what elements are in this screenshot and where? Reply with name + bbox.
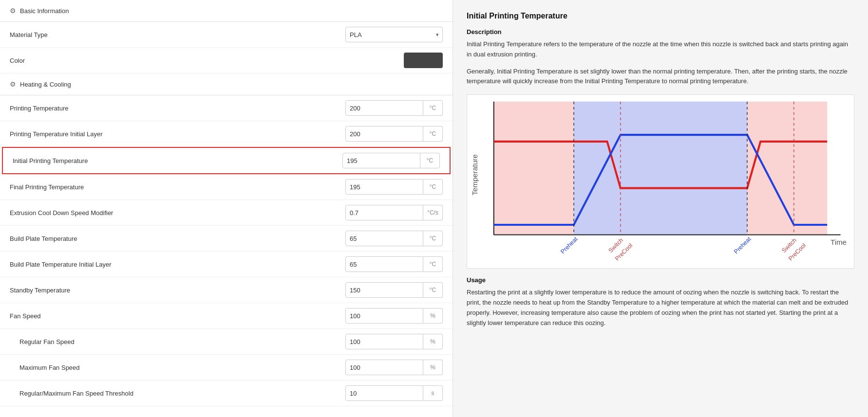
settings-list: Printing Temperature°CPrinting Temperatu… <box>0 95 453 406</box>
setting-label-printing-temp: Printing Temperature <box>10 105 68 112</box>
setting-input-group-final-printing-temp: °C <box>345 179 443 195</box>
setting-input-final-printing-temp[interactable] <box>345 179 423 195</box>
setting-input-group-build-plate-initial: °C <box>345 256 443 272</box>
setting-unit-maximum-fan-speed: % <box>423 360 443 375</box>
setting-unit-build-plate-initial: °C <box>423 256 443 272</box>
svg-text:Preheat: Preheat <box>559 236 579 255</box>
setting-input-initial-printing-temp[interactable] <box>342 153 420 168</box>
usage-title: Usage <box>467 276 854 284</box>
setting-input-group-printing-temp-initial: °C <box>345 126 443 142</box>
setting-unit-printing-temp: °C <box>423 100 443 116</box>
description-p1: Initial Printing Temperature refers to t… <box>467 39 854 60</box>
setting-input-group-fan-speed: % <box>345 308 443 324</box>
setting-label-build-plate-initial: Build Plate Temperature Initial Layer <box>10 261 112 268</box>
setting-input-standby-temp[interactable] <box>345 282 423 298</box>
setting-label-standby-temp: Standby Temperature <box>10 287 70 294</box>
setting-unit-fan-speed: % <box>423 308 443 324</box>
setting-label-regular-fan-speed: Regular Fan Speed <box>19 338 75 345</box>
material-type-row: Material Type PLA ABS PETG ▾ <box>0 22 453 48</box>
setting-unit-build-plate-temp: °C <box>423 231 443 246</box>
setting-input-fan-speed-threshold[interactable] <box>345 385 423 401</box>
setting-label-maximum-fan-speed: Maximum Fan Speed <box>19 364 80 371</box>
usage-section: Usage Restarting the print at a slightly… <box>467 276 854 328</box>
setting-row-printing-temp-initial: Printing Temperature Initial Layer°C <box>0 121 453 147</box>
basic-info-label: Basic Information <box>20 7 69 15</box>
setting-unit-printing-temp-initial: °C <box>423 126 443 142</box>
basic-info-section: ⚙ Basic Information <box>0 0 453 22</box>
doc-title: Initial Printing Temperature <box>467 12 854 20</box>
description-p2: Generally, Initial Printing Temperature … <box>467 67 854 87</box>
setting-label-printing-temp-initial: Printing Temperature Initial Layer <box>10 130 103 138</box>
svg-text:Preheat: Preheat <box>733 236 753 255</box>
setting-input-maximum-fan-speed[interactable] <box>345 360 423 375</box>
setting-input-group-fan-speed-threshold: s <box>345 385 443 401</box>
svg-rect-0 <box>494 102 574 235</box>
setting-row-printing-temp: Printing Temperature°C <box>0 95 453 121</box>
svg-text:Time: Time <box>830 238 847 246</box>
svg-rect-2 <box>747 102 827 235</box>
setting-label-build-plate-temp: Build Plate Temperature <box>10 235 77 242</box>
setting-input-printing-temp-initial[interactable] <box>345 126 423 142</box>
material-type-select[interactable]: PLA ABS PETG <box>345 27 443 42</box>
setting-row-extrusion-cool: Extrusion Cool Down Speed Modifier°C/s <box>0 200 453 226</box>
setting-row-initial-printing-temp: Initial Printing Temperature°C <box>2 147 451 174</box>
setting-row-build-plate-temp: Build Plate Temperature°C <box>0 226 453 252</box>
color-row: Color <box>0 48 453 73</box>
setting-unit-initial-printing-temp: °C <box>420 153 440 168</box>
left-panel: ⚙ Basic Information Material Type PLA AB… <box>0 0 453 417</box>
setting-input-fan-speed[interactable] <box>345 308 423 324</box>
usage-text: Restarting the print at a slightly lower… <box>467 288 854 328</box>
heating-cooling-label: Heating & Cooling <box>20 81 71 88</box>
setting-row-fan-speed: Fan Speed% <box>0 303 453 329</box>
setting-unit-final-printing-temp: °C <box>423 179 443 195</box>
setting-label-fan-speed: Fan Speed <box>10 312 41 320</box>
right-panel: Initial Printing Temperature Description… <box>453 0 868 417</box>
setting-row-maximum-fan-speed: Maximum Fan Speed% <box>0 355 453 381</box>
color-label: Color <box>10 57 25 64</box>
color-swatch[interactable] <box>404 53 443 68</box>
svg-text:Temperature: Temperature <box>471 154 479 195</box>
setting-label-extrusion-cool: Extrusion Cool Down Speed Modifier <box>10 209 113 217</box>
gear-icon-basic: ⚙ <box>10 7 16 15</box>
setting-input-build-plate-initial[interactable] <box>345 256 423 272</box>
setting-row-regular-fan-speed: Regular Fan Speed% <box>0 329 453 355</box>
chart-svg: Temperature Time Preheat Switch PreCool … <box>467 95 854 268</box>
material-type-label: Material Type <box>10 31 48 38</box>
setting-unit-standby-temp: °C <box>423 282 443 298</box>
setting-row-final-printing-temp: Final Printing Temperature°C <box>0 174 453 200</box>
setting-label-final-printing-temp: Final Printing Temperature <box>10 183 84 191</box>
gear-icon-heating: ⚙ <box>10 80 16 88</box>
temperature-chart: Temperature Time Preheat Switch PreCool … <box>467 94 854 269</box>
setting-input-group-standby-temp: °C <box>345 282 443 298</box>
heating-cooling-section: ⚙ Heating & Cooling <box>0 73 453 95</box>
setting-input-extrusion-cool[interactable] <box>345 205 423 220</box>
setting-input-group-extrusion-cool: °C/s <box>345 205 443 220</box>
setting-label-initial-printing-temp: Initial Printing Temperature <box>13 157 88 164</box>
setting-input-build-plate-temp[interactable] <box>345 231 423 246</box>
setting-unit-regular-fan-speed: % <box>423 334 443 349</box>
material-type-select-wrapper[interactable]: PLA ABS PETG ▾ <box>345 27 443 42</box>
setting-input-group-initial-printing-temp: °C <box>342 153 440 168</box>
setting-input-group-printing-temp: °C <box>345 100 443 116</box>
setting-input-group-maximum-fan-speed: % <box>345 360 443 375</box>
setting-row-fan-speed-threshold: Regular/Maximum Fan Speed Thresholds <box>0 381 453 406</box>
description-title: Description <box>467 28 854 36</box>
setting-input-regular-fan-speed[interactable] <box>345 334 423 349</box>
setting-row-build-plate-initial: Build Plate Temperature Initial Layer°C <box>0 252 453 277</box>
setting-input-group-regular-fan-speed: % <box>345 334 443 349</box>
setting-unit-extrusion-cool: °C/s <box>423 205 443 220</box>
setting-label-fan-speed-threshold: Regular/Maximum Fan Speed Threshold <box>19 390 133 397</box>
svg-rect-1 <box>574 102 747 235</box>
setting-input-printing-temp[interactable] <box>345 100 423 116</box>
setting-unit-fan-speed-threshold: s <box>423 385 443 401</box>
setting-row-standby-temp: Standby Temperature°C <box>0 277 453 303</box>
setting-input-group-build-plate-temp: °C <box>345 231 443 246</box>
